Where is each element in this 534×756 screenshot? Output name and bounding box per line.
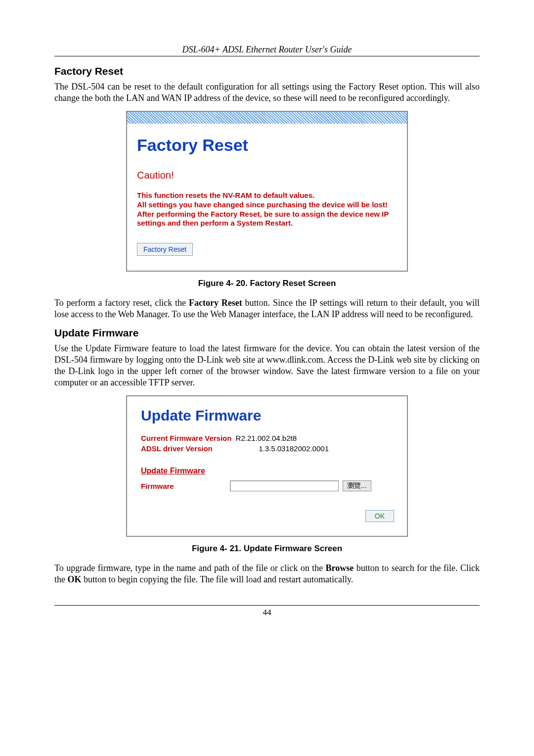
section-heading-factory-reset: Factory Reset bbox=[54, 65, 480, 77]
para-upgrade-instructions: To upgrade firmware, type in the name an… bbox=[54, 563, 480, 585]
para-factory-reset-intro: The DSL-504 can be reset to the default … bbox=[54, 81, 480, 104]
label-firmware: Firmware bbox=[141, 482, 230, 490]
header-rule bbox=[54, 56, 480, 56]
screenshot-update-firmware: Update Firmware Current Firmware Version… bbox=[126, 395, 408, 537]
factory-reset-button[interactable]: Factory Reset bbox=[137, 243, 193, 256]
caution-label: Caution! bbox=[137, 170, 397, 181]
label-current-firmware-version: Current Firmware Version bbox=[141, 434, 231, 442]
row-firmware-upload: Firmware 瀏覽... bbox=[141, 480, 397, 491]
panel-title-update-firmware: Update Firmware bbox=[141, 407, 397, 424]
text-bold-factory-reset: Factory Reset bbox=[189, 298, 242, 308]
figure-caption-21: Figure 4- 21. Update Firmware Screen bbox=[54, 544, 480, 554]
text-fragment: To perform a factory reset, click the bbox=[54, 298, 189, 308]
value-current-firmware-version: R2.21.002.04.b2t8 bbox=[236, 434, 297, 442]
footer-rule bbox=[54, 605, 480, 606]
caution-text: This function resets the NV-RAM to defau… bbox=[137, 191, 397, 228]
figure-caption-20: Figure 4- 20. Factory Reset Screen bbox=[54, 279, 480, 288]
row-current-firmware-version: Current Firmware Version R2.21.002.04.b2… bbox=[141, 434, 397, 442]
subheading-update-firmware: Update Firmware bbox=[141, 467, 397, 475]
running-header: DSL-604+ ADSL Ethernet Router User's Gui… bbox=[54, 45, 480, 55]
page-number: 44 bbox=[54, 608, 480, 617]
browse-button[interactable]: 瀏覽... bbox=[343, 480, 371, 491]
panel-title-factory-reset: Factory Reset bbox=[137, 136, 397, 155]
para-factory-reset-instructions: To perform a factory reset, click the Fa… bbox=[54, 297, 480, 320]
text-bold-browse: Browse bbox=[326, 563, 354, 573]
firmware-file-input[interactable] bbox=[230, 480, 339, 491]
screenshot-titlebar-decor bbox=[127, 112, 407, 116]
row-adsl-driver-version: ADSL driver Version 1.3.5.03182002.0001 bbox=[141, 444, 397, 453]
text-bold-ok: OK bbox=[68, 574, 82, 584]
ok-button[interactable]: OK bbox=[365, 510, 394, 522]
label-adsl-driver-version: ADSL driver Version bbox=[141, 444, 239, 453]
screenshot-factory-reset: Factory Reset Caution! This function res… bbox=[126, 111, 408, 272]
screenshot-toolbar-decor bbox=[127, 116, 407, 124]
section-heading-update-firmware: Update Firmware bbox=[54, 327, 480, 339]
text-fragment: button to begin copying the file. The fi… bbox=[82, 574, 354, 584]
para-update-firmware-intro: Use the Update Firmware feature to load … bbox=[54, 343, 480, 388]
text-fragment: To upgrade firmware, type in the name an… bbox=[54, 563, 326, 573]
value-adsl-driver-version: 1.3.5.03182002.0001 bbox=[259, 444, 329, 453]
